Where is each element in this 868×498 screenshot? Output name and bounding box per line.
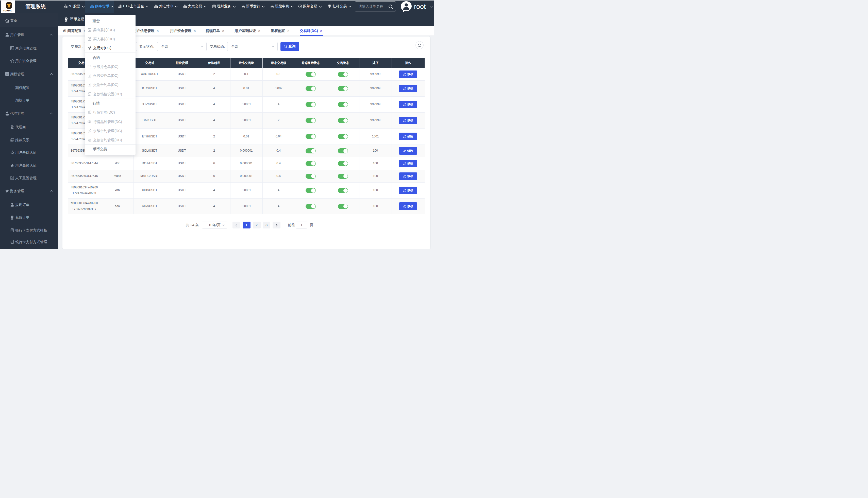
svg-text:SQL: SQL — [88, 29, 91, 30]
svg-text:VIP: VIP — [11, 126, 13, 127]
